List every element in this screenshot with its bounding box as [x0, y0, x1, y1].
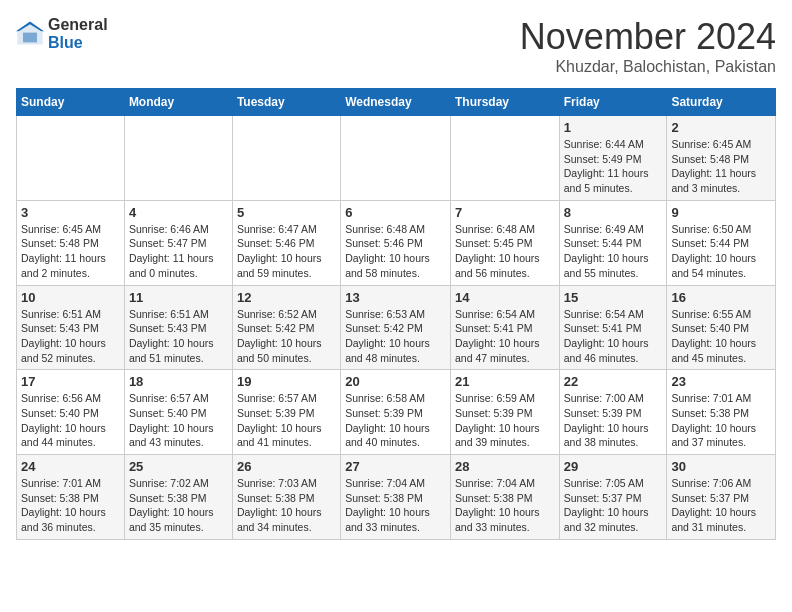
header-row: SundayMondayTuesdayWednesdayThursdayFrid… [17, 89, 776, 116]
day-info: Sunrise: 6:46 AM Sunset: 5:47 PM Dayligh… [129, 222, 228, 281]
day-number: 2 [671, 120, 771, 135]
day-info: Sunrise: 6:45 AM Sunset: 5:48 PM Dayligh… [21, 222, 120, 281]
calendar-table: SundayMondayTuesdayWednesdayThursdayFrid… [16, 88, 776, 540]
calendar-header: SundayMondayTuesdayWednesdayThursdayFrid… [17, 89, 776, 116]
day-info: Sunrise: 6:52 AM Sunset: 5:42 PM Dayligh… [237, 307, 336, 366]
calendar-cell: 17Sunrise: 6:56 AM Sunset: 5:40 PM Dayli… [17, 370, 125, 455]
day-number: 4 [129, 205, 228, 220]
day-info: Sunrise: 6:51 AM Sunset: 5:43 PM Dayligh… [21, 307, 120, 366]
calendar-cell: 1Sunrise: 6:44 AM Sunset: 5:49 PM Daylig… [559, 116, 667, 201]
calendar-cell [124, 116, 232, 201]
header-monday: Monday [124, 89, 232, 116]
header: General Blue November 2024 Khuzdar, Balo… [16, 16, 776, 76]
day-number: 20 [345, 374, 446, 389]
day-info: Sunrise: 6:56 AM Sunset: 5:40 PM Dayligh… [21, 391, 120, 450]
calendar-cell: 21Sunrise: 6:59 AM Sunset: 5:39 PM Dayli… [450, 370, 559, 455]
location-title: Khuzdar, Balochistan, Pakistan [520, 58, 776, 76]
header-tuesday: Tuesday [232, 89, 340, 116]
calendar-cell: 23Sunrise: 7:01 AM Sunset: 5:38 PM Dayli… [667, 370, 776, 455]
header-wednesday: Wednesday [341, 89, 451, 116]
svg-rect-2 [23, 32, 37, 42]
day-info: Sunrise: 6:59 AM Sunset: 5:39 PM Dayligh… [455, 391, 555, 450]
calendar-cell: 11Sunrise: 6:51 AM Sunset: 5:43 PM Dayli… [124, 285, 232, 370]
day-info: Sunrise: 7:02 AM Sunset: 5:38 PM Dayligh… [129, 476, 228, 535]
day-info: Sunrise: 6:49 AM Sunset: 5:44 PM Dayligh… [564, 222, 663, 281]
day-number: 7 [455, 205, 555, 220]
day-number: 10 [21, 290, 120, 305]
calendar-cell: 5Sunrise: 6:47 AM Sunset: 5:46 PM Daylig… [232, 200, 340, 285]
day-number: 17 [21, 374, 120, 389]
calendar-cell: 30Sunrise: 7:06 AM Sunset: 5:37 PM Dayli… [667, 455, 776, 540]
logo-text: General Blue [48, 16, 108, 51]
day-number: 18 [129, 374, 228, 389]
calendar-cell: 24Sunrise: 7:01 AM Sunset: 5:38 PM Dayli… [17, 455, 125, 540]
day-number: 11 [129, 290, 228, 305]
calendar-row: 3Sunrise: 6:45 AM Sunset: 5:48 PM Daylig… [17, 200, 776, 285]
day-info: Sunrise: 6:58 AM Sunset: 5:39 PM Dayligh… [345, 391, 446, 450]
calendar-row: 24Sunrise: 7:01 AM Sunset: 5:38 PM Dayli… [17, 455, 776, 540]
day-number: 30 [671, 459, 771, 474]
day-info: Sunrise: 6:48 AM Sunset: 5:45 PM Dayligh… [455, 222, 555, 281]
calendar-cell: 10Sunrise: 6:51 AM Sunset: 5:43 PM Dayli… [17, 285, 125, 370]
calendar-cell: 19Sunrise: 6:57 AM Sunset: 5:39 PM Dayli… [232, 370, 340, 455]
day-number: 21 [455, 374, 555, 389]
calendar-row: 10Sunrise: 6:51 AM Sunset: 5:43 PM Dayli… [17, 285, 776, 370]
title-area: November 2024 Khuzdar, Balochistan, Paki… [520, 16, 776, 76]
day-info: Sunrise: 6:57 AM Sunset: 5:40 PM Dayligh… [129, 391, 228, 450]
calendar-cell: 15Sunrise: 6:54 AM Sunset: 5:41 PM Dayli… [559, 285, 667, 370]
header-friday: Friday [559, 89, 667, 116]
day-number: 8 [564, 205, 663, 220]
calendar-cell: 3Sunrise: 6:45 AM Sunset: 5:48 PM Daylig… [17, 200, 125, 285]
day-info: Sunrise: 7:00 AM Sunset: 5:39 PM Dayligh… [564, 391, 663, 450]
header-sunday: Sunday [17, 89, 125, 116]
day-info: Sunrise: 7:04 AM Sunset: 5:38 PM Dayligh… [455, 476, 555, 535]
calendar-cell: 27Sunrise: 7:04 AM Sunset: 5:38 PM Dayli… [341, 455, 451, 540]
calendar-cell: 28Sunrise: 7:04 AM Sunset: 5:38 PM Dayli… [450, 455, 559, 540]
day-info: Sunrise: 6:53 AM Sunset: 5:42 PM Dayligh… [345, 307, 446, 366]
day-number: 25 [129, 459, 228, 474]
calendar-cell [17, 116, 125, 201]
day-number: 26 [237, 459, 336, 474]
header-thursday: Thursday [450, 89, 559, 116]
day-number: 29 [564, 459, 663, 474]
day-number: 24 [21, 459, 120, 474]
day-number: 5 [237, 205, 336, 220]
day-info: Sunrise: 7:04 AM Sunset: 5:38 PM Dayligh… [345, 476, 446, 535]
calendar-row: 1Sunrise: 6:44 AM Sunset: 5:49 PM Daylig… [17, 116, 776, 201]
calendar-cell [232, 116, 340, 201]
day-number: 23 [671, 374, 771, 389]
calendar-cell [450, 116, 559, 201]
calendar-cell: 22Sunrise: 7:00 AM Sunset: 5:39 PM Dayli… [559, 370, 667, 455]
day-info: Sunrise: 6:45 AM Sunset: 5:48 PM Dayligh… [671, 137, 771, 196]
day-number: 16 [671, 290, 771, 305]
calendar-cell: 7Sunrise: 6:48 AM Sunset: 5:45 PM Daylig… [450, 200, 559, 285]
day-number: 28 [455, 459, 555, 474]
day-info: Sunrise: 6:55 AM Sunset: 5:40 PM Dayligh… [671, 307, 771, 366]
calendar-cell: 29Sunrise: 7:05 AM Sunset: 5:37 PM Dayli… [559, 455, 667, 540]
day-number: 14 [455, 290, 555, 305]
calendar-cell: 13Sunrise: 6:53 AM Sunset: 5:42 PM Dayli… [341, 285, 451, 370]
calendar-cell: 6Sunrise: 6:48 AM Sunset: 5:46 PM Daylig… [341, 200, 451, 285]
calendar-cell: 12Sunrise: 6:52 AM Sunset: 5:42 PM Dayli… [232, 285, 340, 370]
day-number: 22 [564, 374, 663, 389]
calendar-cell: 18Sunrise: 6:57 AM Sunset: 5:40 PM Dayli… [124, 370, 232, 455]
calendar-body: 1Sunrise: 6:44 AM Sunset: 5:49 PM Daylig… [17, 116, 776, 540]
day-info: Sunrise: 6:48 AM Sunset: 5:46 PM Dayligh… [345, 222, 446, 281]
day-number: 15 [564, 290, 663, 305]
day-info: Sunrise: 7:03 AM Sunset: 5:38 PM Dayligh… [237, 476, 336, 535]
logo-general-text: General [48, 16, 108, 34]
day-number: 19 [237, 374, 336, 389]
day-info: Sunrise: 7:05 AM Sunset: 5:37 PM Dayligh… [564, 476, 663, 535]
day-number: 3 [21, 205, 120, 220]
day-info: Sunrise: 6:50 AM Sunset: 5:44 PM Dayligh… [671, 222, 771, 281]
day-number: 13 [345, 290, 446, 305]
day-info: Sunrise: 6:54 AM Sunset: 5:41 PM Dayligh… [564, 307, 663, 366]
calendar-cell: 26Sunrise: 7:03 AM Sunset: 5:38 PM Dayli… [232, 455, 340, 540]
calendar-cell: 20Sunrise: 6:58 AM Sunset: 5:39 PM Dayli… [341, 370, 451, 455]
calendar-cell: 25Sunrise: 7:02 AM Sunset: 5:38 PM Dayli… [124, 455, 232, 540]
day-info: Sunrise: 7:06 AM Sunset: 5:37 PM Dayligh… [671, 476, 771, 535]
month-title: November 2024 [520, 16, 776, 58]
calendar-cell: 14Sunrise: 6:54 AM Sunset: 5:41 PM Dayli… [450, 285, 559, 370]
calendar-cell [341, 116, 451, 201]
day-info: Sunrise: 6:54 AM Sunset: 5:41 PM Dayligh… [455, 307, 555, 366]
